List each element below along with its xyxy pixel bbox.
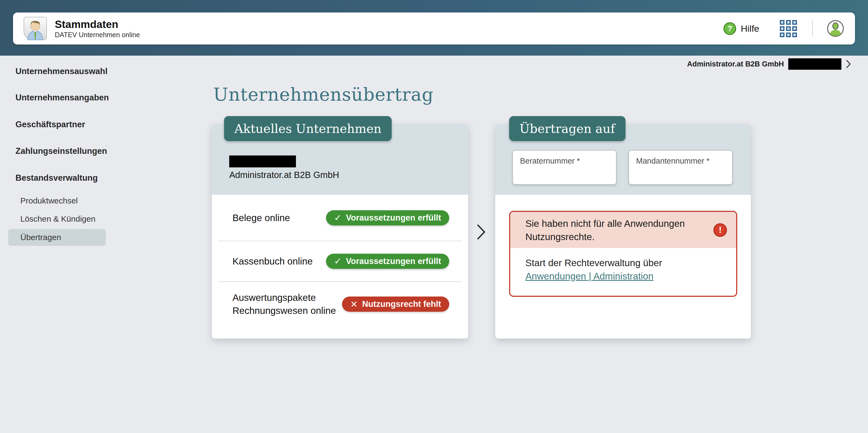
app-title-block: Stammdaten DATEV Unternehmen online — [55, 18, 723, 39]
status-badge-error: ✕ Nutzungsrecht fehlt — [342, 297, 449, 312]
sidebar-item-loeschen-kuendigen[interactable]: Löschen & Kündigen — [20, 211, 95, 227]
status-text: Voraussetzungen erfüllt — [346, 256, 441, 266]
company-switcher[interactable]: Administrator.at B2B GmbH — [687, 58, 851, 70]
sidebar-item-geschaeftspartner[interactable]: Geschäftspartner — [16, 116, 85, 133]
product-row-auswertungspakete: Auswertungspakete Rechnungswesen online … — [212, 282, 468, 327]
sidebar-item-unternehmensangaben[interactable]: Unternehmensangaben — [16, 89, 109, 106]
header-divider — [812, 20, 813, 37]
product-row-kassenbuch-online: Kassenbuch online ✓ Voraussetzungen erfü… — [212, 241, 468, 281]
app-subtitle: DATEV Unternehmen online — [55, 31, 723, 39]
alert-body-text: Start der Rechteverwaltung über — [525, 257, 662, 268]
beraternummer-label: Beraternummer * — [520, 157, 609, 165]
check-icon: ✓ — [334, 256, 342, 267]
help-label: Hilfe — [741, 23, 759, 34]
transfer-target-card: Übertragen auf Beraternummer * Mandanten… — [495, 124, 751, 339]
alert-body: Start der Rechteverwaltung über Anwendun… — [510, 248, 722, 283]
mandantennummer-field[interactable]: Mandantennummer * — [628, 150, 733, 185]
redacted-company-number — [229, 155, 296, 167]
chevron-right-icon — [846, 60, 851, 68]
mandantennummer-label: Mandantennummer * — [636, 157, 725, 165]
beraternummer-field[interactable]: Beraternummer * — [513, 150, 617, 185]
page-title: Unternehmensübertrag — [213, 84, 433, 105]
apps-grid-button[interactable] — [780, 20, 797, 37]
product-row-belege-online: Belege online ✓ Voraussetzungen erfüllt — [212, 195, 468, 241]
beraternummer-input[interactable] — [520, 168, 609, 178]
transfer-card-badge: Übertragen auf — [509, 116, 625, 141]
app-title: Stammdaten — [55, 18, 723, 31]
current-card-badge: Aktuelles Unternehmen — [224, 116, 392, 141]
status-badge-ok: ✓ Voraussetzungen erfüllt — [326, 254, 449, 269]
alert-header: Sie haben nicht für alle Anwendungen Nut… — [510, 212, 736, 248]
account-button[interactable] — [827, 20, 844, 37]
status-badge-ok: ✓ Voraussetzungen erfüllt — [326, 210, 449, 225]
check-icon: ✓ — [334, 212, 342, 223]
stammdaten-app: Stammdaten DATEV Unternehmen online ? Hi… — [0, 0, 868, 433]
rights-alert: Sie haben nicht für alle Anwendungen Nut… — [509, 211, 737, 297]
header-actions: ? Hilfe — [723, 20, 844, 37]
mandantennummer-input[interactable] — [636, 168, 725, 178]
status-text: Nutzungsrecht fehlt — [362, 299, 441, 309]
cross-icon: ✕ — [350, 299, 358, 310]
current-company-card: Aktuelles Unternehmen Administrator.at B… — [212, 124, 468, 339]
rechteverwaltung-link[interactable]: Anwendungen | Administration — [525, 271, 653, 281]
app-header: Stammdaten DATEV Unternehmen online ? Hi… — [13, 12, 855, 44]
alert-message: Sie haben nicht für alle Anwendungen Nut… — [525, 217, 693, 243]
help-question-icon: ? — [723, 22, 736, 35]
sidebar-item-bestandsverwaltung[interactable]: Bestandsverwaltung — [16, 169, 98, 187]
product-status-list: Belege online ✓ Voraussetzungen erfüllt … — [212, 195, 468, 339]
sidebar-item-produktwechsel[interactable]: Produktwechsel — [20, 192, 78, 209]
error-exclamation-icon: ! — [713, 223, 727, 237]
sidebar-item-unternehmensauswahl[interactable]: Unternehmensauswahl — [16, 62, 107, 80]
sidebar-item-zahlungseinstellungen[interactable]: Zahlungseinstellungen — [16, 142, 107, 160]
sidebar-item-uebertragen[interactable]: Übertragen — [8, 229, 106, 246]
sidebar-nav: Unternehmensauswahl Unternehmensangaben … — [0, 0, 117, 433]
product-label: Kassenbuch online — [232, 255, 313, 268]
status-text: Voraussetzungen erfüllt — [346, 213, 441, 223]
transfer-direction-chevron-icon — [475, 223, 487, 241]
product-label: Auswertungspakete Rechnungswesen online — [232, 291, 342, 317]
current-company-name: Administrator.at B2B GmbH — [229, 170, 339, 180]
breadcrumb-company: Administrator.at B2B GmbH — [687, 60, 784, 68]
product-label: Belege online — [232, 211, 290, 224]
redacted-text — [788, 58, 841, 70]
help-button[interactable]: ? Hilfe — [723, 22, 759, 35]
apps-grid-icon — [780, 20, 784, 25]
